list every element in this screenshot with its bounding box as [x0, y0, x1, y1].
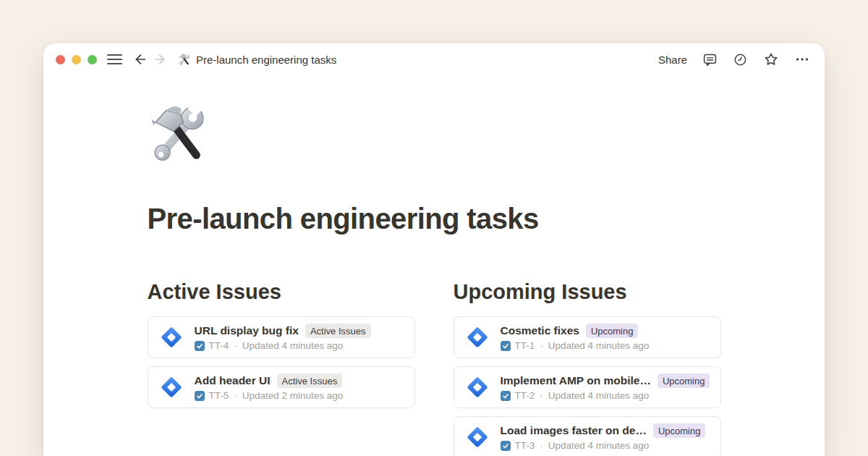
- minimize-window-button[interactable]: [72, 55, 81, 64]
- meta-separator: ·: [540, 390, 543, 401]
- issue-key: TT-2: [515, 390, 535, 401]
- task-checkbox-icon: [501, 391, 511, 401]
- back-arrow-icon[interactable]: [132, 51, 148, 67]
- task-checkbox-icon: [195, 341, 205, 351]
- topbar-page-title[interactable]: Pre-launch engineering tasks: [196, 54, 336, 66]
- ellipsis-icon[interactable]: [794, 51, 810, 67]
- page-title: Pre-launch engineering tasks: [148, 201, 721, 236]
- issue-title: Implement AMP on mobile…: [501, 374, 651, 387]
- issue-columns: Active Issues URL display bug fix Active…: [148, 279, 721, 456]
- status-badge: Upcoming: [658, 373, 710, 388]
- issue-card[interactable]: Add header UI Active Issues TT-5 · Updat…: [148, 366, 415, 408]
- issue-key: TT-3: [515, 440, 535, 451]
- share-button[interactable]: Share: [658, 54, 687, 66]
- issue-updated: Updated 4 minutes ago: [242, 340, 344, 351]
- comment-bubble-icon[interactable]: [702, 52, 718, 67]
- status-badge: Upcoming: [586, 324, 639, 338]
- issue-title: URL display bug fix: [195, 324, 299, 337]
- issue-card[interactable]: Load images faster on de… Upcoming TT-3 …: [454, 416, 721, 456]
- traffic-lights: [56, 55, 97, 64]
- issue-card[interactable]: URL display bug fix Active Issues TT-4 ·…: [148, 316, 415, 358]
- breadcrumb[interactable]: Pre-launch engineering tasks: [178, 53, 336, 66]
- hammer-and-wrench-icon: [178, 53, 191, 66]
- column-active-issues: Active Issues URL display bug fix Active…: [148, 279, 415, 456]
- task-checkbox-icon: [501, 441, 511, 451]
- jira-icon: [158, 374, 184, 400]
- meta-separator: ·: [234, 390, 237, 401]
- issue-key: TT-4: [209, 340, 229, 351]
- page-content: Pre-launch engineering tasks Active Issu…: [148, 75, 721, 456]
- task-checkbox-icon: [195, 391, 205, 401]
- issue-card[interactable]: Implement AMP on mobile… Upcoming TT-2 ·…: [454, 366, 721, 408]
- issue-key: TT-5: [209, 390, 229, 401]
- window-topbar: Pre-launch engineering tasks Share: [43, 43, 825, 75]
- status-badge: Active Issues: [305, 324, 371, 338]
- status-badge: Upcoming: [653, 423, 706, 438]
- issue-key: TT-1: [515, 340, 535, 351]
- page-icon-hammer-and-wrench[interactable]: [148, 101, 211, 165]
- issue-updated: Updated 4 minutes ago: [548, 340, 650, 351]
- clock-icon[interactable]: [733, 52, 748, 67]
- issue-updated: Updated 2 minutes ago: [242, 390, 344, 401]
- column-heading: Upcoming Issues: [454, 279, 721, 304]
- close-window-button[interactable]: [56, 55, 65, 64]
- sidebar-menu-icon[interactable]: [107, 54, 122, 64]
- task-checkbox-icon: [501, 341, 511, 351]
- issue-card[interactable]: Cosmetic fixes Upcoming TT-1 · Updated 4…: [454, 316, 721, 358]
- issue-updated: Updated 4 minutes ago: [548, 440, 650, 451]
- jira-icon: [464, 324, 490, 350]
- issue-title: Add header UI: [195, 374, 271, 387]
- app-window: Pre-launch engineering tasks Share: [43, 43, 825, 456]
- forward-arrow-icon[interactable]: [153, 51, 169, 67]
- star-icon[interactable]: [763, 51, 779, 67]
- meta-separator: ·: [540, 440, 543, 451]
- issue-title: Cosmetic fixes: [501, 324, 579, 337]
- status-badge: Active Issues: [277, 373, 343, 388]
- jira-icon: [464, 424, 490, 450]
- jira-icon: [464, 374, 490, 400]
- jira-icon: [158, 324, 184, 350]
- column-upcoming-issues: Upcoming Issues Cosmetic fixes Upcoming: [454, 279, 721, 456]
- issue-title: Load images faster on de…: [501, 424, 647, 437]
- issue-updated: Updated 4 minutes ago: [548, 390, 650, 401]
- meta-separator: ·: [234, 340, 237, 351]
- meta-separator: ·: [540, 340, 543, 351]
- column-heading: Active Issues: [148, 279, 415, 304]
- zoom-window-button[interactable]: [88, 55, 97, 64]
